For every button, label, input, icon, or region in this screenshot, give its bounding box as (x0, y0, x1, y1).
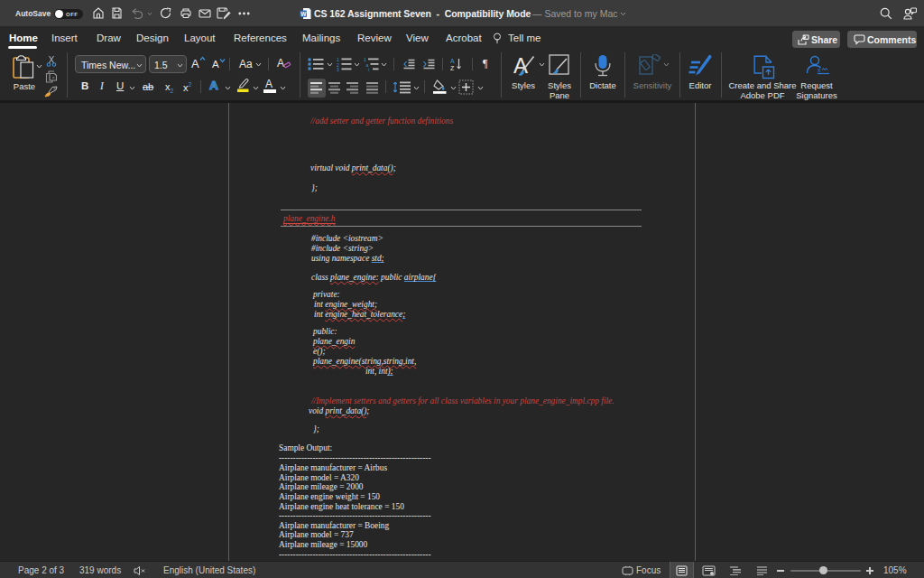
svg-text:3: 3 (337, 67, 339, 71)
svg-text:Z: Z (450, 65, 455, 71)
svg-text:i: i (368, 67, 369, 71)
svg-text:W: W (300, 11, 307, 17)
svg-text:x: x (818, 67, 821, 73)
svg-text:A: A (450, 58, 455, 64)
